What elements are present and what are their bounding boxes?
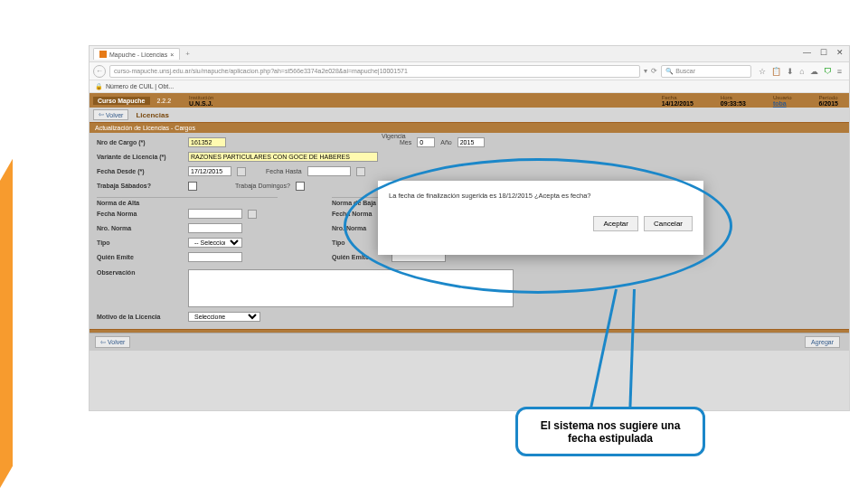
star-icon[interactable]: ☆ — [759, 67, 766, 76]
new-tab-button[interactable]: + — [182, 50, 193, 58]
back-arrow-icon: ⇦ — [100, 339, 106, 346]
volver-button[interactable]: ⇦Volver — [93, 109, 128, 120]
nro-norma-alta-input[interactable] — [188, 223, 242, 233]
bottom-bar: ⇦Volver Agregar — [90, 333, 849, 351]
mes-input[interactable] — [417, 137, 435, 147]
reload-icon[interactable]: ⟳ — [651, 67, 657, 75]
window-max-icon[interactable]: ☐ — [820, 48, 827, 57]
tipo-alta-label: Tipo — [97, 239, 183, 246]
section-title: Actualización de Licencias - Cargos — [90, 122, 849, 133]
lock-icon: 🔒 — [95, 83, 103, 90]
vigencia-legend: Vigencia — [382, 133, 406, 139]
motivo-select[interactable]: Seleccione — [188, 312, 260, 322]
back-button[interactable]: ← — [93, 65, 106, 78]
agregar-button[interactable]: Agregar — [805, 336, 840, 348]
hora-value: 09:33:53 — [721, 100, 746, 107]
search-icon: 🔍 — [665, 68, 674, 75]
quien-alta-input[interactable] — [188, 252, 242, 262]
search-placeholder: Buscar — [675, 68, 695, 74]
nro-cargo-label: Nro de Cargo (*) — [97, 139, 183, 145]
shield-icon[interactable]: ⛉ — [824, 67, 832, 76]
cancelar-button[interactable]: Cancelar — [644, 216, 693, 231]
fecha-hasta-input[interactable] — [307, 166, 351, 176]
trabaja-sabados-label: Trabaja Sábados? — [97, 183, 183, 189]
cloud-icon[interactable]: ☁ — [810, 67, 818, 76]
url-input[interactable]: curso-mapuche.unsj.edu.ar/siu/mapuche/ap… — [109, 65, 640, 78]
calendar-icon[interactable] — [248, 210, 257, 219]
favicon-icon — [99, 51, 107, 58]
fecha-hasta-label: Fecha Hasta — [266, 168, 302, 174]
nro-cargo-input[interactable] — [188, 137, 226, 147]
nro-norma-alta-label: Nro. Norma — [97, 225, 183, 231]
mes-label: Mes — [400, 139, 411, 145]
motivo-label: Motivo de la Licencia — [97, 314, 183, 320]
download-icon[interactable]: ⬇ — [787, 67, 794, 76]
browser-tab[interactable]: Mapuche - Licencias × — [93, 48, 180, 60]
callout-bubble: El sistema nos sugiere una fecha estipul… — [515, 407, 705, 456]
fecha-norma-alta-label: Fecha Norma — [97, 211, 183, 217]
url-text: curso-mapuche.unsj.edu.ar/siu/mapuche/ap… — [114, 68, 408, 74]
page-title: Licencias — [136, 111, 168, 119]
aceptar-button[interactable]: Aceptar — [593, 216, 638, 231]
norma-alta-title: Norma de Alta — [97, 197, 278, 206]
calendar-icon[interactable] — [356, 167, 365, 176]
search-input[interactable]: 🔍 Buscar — [661, 65, 751, 78]
dropdown-icon[interactable]: ▾ — [644, 67, 647, 75]
volver-bottom-button[interactable]: ⇦Volver — [95, 336, 130, 348]
address-bar: ← curso-mapuche.unsj.edu.ar/siu/mapuche/… — [90, 62, 849, 80]
dialog-message: La fecha de finalización sugerida es 18/… — [389, 192, 693, 200]
app-version: 2.2.2 — [157, 98, 172, 104]
observacion-label: Observación — [97, 269, 183, 276]
app-header: Curso Mapuche 2.2.2 InstituciónU.N.S.J. … — [90, 93, 849, 108]
window-min-icon[interactable]: — — [803, 48, 811, 57]
confirm-dialog: La fecha de finalización sugerida es 18/… — [378, 181, 703, 255]
institucion-value: U.N.S.J. — [189, 100, 213, 107]
variante-input[interactable] — [188, 152, 378, 162]
tab-strip: Mapuche - Licencias × + — ☐ ✕ — [90, 46, 849, 62]
menu-icon[interactable]: ≡ — [837, 67, 842, 76]
sabados-checkbox[interactable] — [188, 182, 197, 191]
variante-label: Variante de Licencia (*) — [97, 154, 183, 160]
domingos-checkbox[interactable] — [296, 182, 305, 191]
fecha-value: 14/12/2015 — [662, 100, 693, 107]
quien-alta-label: Quién Emite — [97, 254, 183, 260]
home-icon[interactable]: ⌂ — [799, 67, 804, 76]
callout-text: El sistema nos sugiere una fecha estipul… — [525, 419, 695, 445]
window-close-icon[interactable]: ✕ — [836, 48, 844, 57]
fecha-norma-alta-input[interactable] — [188, 209, 242, 219]
tab-title: Mapuche - Licencias — [109, 52, 167, 58]
slide-accent-stripe — [0, 159, 13, 488]
subheader: ⇦Volver Licencias — [90, 108, 849, 122]
usuario-value: toba — [773, 100, 792, 107]
tab-close-icon[interactable]: × — [170, 52, 174, 58]
bookmark-item[interactable]: Número de CUIL | Obt... — [106, 83, 174, 89]
calendar-icon[interactable] — [237, 167, 246, 176]
anio-input[interactable] — [458, 137, 485, 147]
periodo-value: 6/2015 — [819, 100, 838, 107]
fecha-desde-label: Fecha Desde (*) — [97, 168, 183, 174]
trabaja-domingos-label: Trabaja Domingos? — [235, 183, 290, 189]
quien-baja-label: Quién Emite — [332, 254, 386, 260]
bookmark-bar: 🔒 Número de CUIL | Obt... — [90, 80, 849, 93]
observacion-textarea[interactable] — [188, 269, 514, 307]
anio-label: Año — [440, 139, 451, 145]
fecha-desde-input[interactable] — [188, 166, 231, 176]
clipboard-icon[interactable]: 📋 — [771, 67, 781, 76]
tipo-alta-select[interactable]: -- Seleccione -- — [188, 238, 242, 248]
app-logo: Curso Mapuche — [93, 97, 150, 105]
back-arrow-icon: ⇦ — [99, 111, 104, 118]
